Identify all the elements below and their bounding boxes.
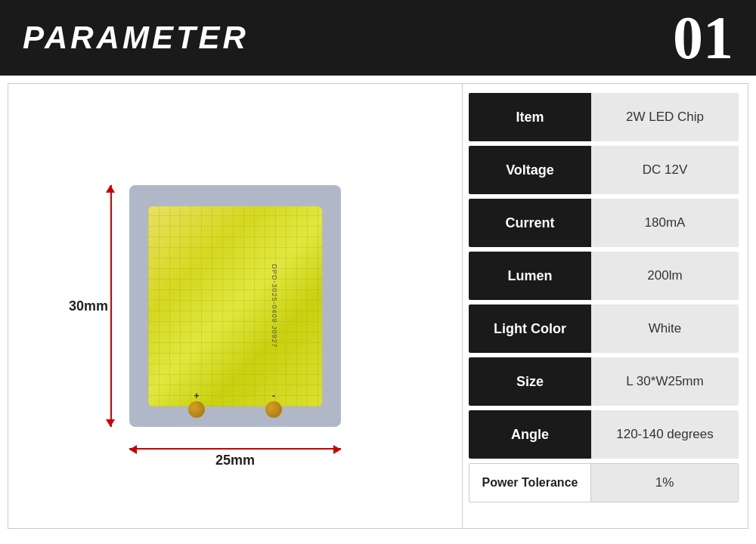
dimension-label-horizontal: 25mm <box>215 453 255 468</box>
vertical-arrow-line <box>110 185 112 427</box>
param-label-7: Power Tolerance <box>469 463 591 502</box>
main-content: 30mm 25mm DPD-3025-0409 J0927 + - <box>8 83 748 529</box>
param-value-5: L 30*W25mm <box>591 357 739 406</box>
pad-minus: - <box>265 401 282 418</box>
param-label-2: Current <box>469 199 591 247</box>
param-label-0: Item <box>469 93 591 141</box>
param-value-7: 1% <box>591 463 739 502</box>
led-chip-text: DPD-3025-0409 J0927 <box>270 264 277 348</box>
led-grid <box>148 206 322 406</box>
param-label-4: Light Color <box>469 304 591 353</box>
header-number: 01 <box>673 8 733 68</box>
param-value-6: 120-140 degrees <box>591 410 739 459</box>
param-value-3: 200lm <box>591 252 739 300</box>
param-label-6: Angle <box>469 410 591 459</box>
vertical-arrow-top <box>106 185 115 193</box>
horizontal-arrow-right <box>333 445 341 454</box>
pad-minus-label: - <box>272 391 275 401</box>
led-inner: DPD-3025-0409 J0927 <box>148 206 322 406</box>
header-title: PARAMETER <box>23 20 249 56</box>
dimension-label-vertical: 30mm <box>69 298 108 314</box>
param-row-1: VoltageDC 12V <box>469 146 739 194</box>
vertical-arrow-bottom <box>106 419 115 427</box>
param-row-5: SizeL 30*W25mm <box>469 357 739 406</box>
horizontal-arrow-line <box>129 448 341 450</box>
product-area: 30mm 25mm DPD-3025-0409 J0927 + - <box>8 84 462 528</box>
param-value-1: DC 12V <box>591 146 739 194</box>
solder-pads: + - <box>129 401 341 418</box>
header: PARAMETER 01 <box>0 0 756 76</box>
param-row-0: Item2W LED Chip <box>469 93 739 141</box>
param-row-2: Current180mA <box>469 199 739 247</box>
params-area: Item2W LED ChipVoltageDC 12VCurrent180mA… <box>462 84 748 528</box>
param-row-7: Power Tolerance1% <box>469 463 739 502</box>
led-chip: DPD-3025-0409 J0927 + - <box>129 185 341 427</box>
param-label-3: Lumen <box>469 252 591 300</box>
param-value-4: White <box>591 304 739 353</box>
param-value-2: 180mA <box>591 199 739 247</box>
pad-plus-label: + <box>194 391 199 401</box>
param-value-0: 2W LED Chip <box>591 93 739 141</box>
param-label-1: Voltage <box>469 146 591 194</box>
horizontal-arrow-left <box>129 445 137 454</box>
measurement-wrapper: 30mm 25mm DPD-3025-0409 J0927 + - <box>129 185 341 427</box>
param-row-6: Angle120-140 degrees <box>469 410 739 459</box>
param-row-3: Lumen200lm <box>469 252 739 300</box>
param-label-5: Size <box>469 357 591 406</box>
pad-plus: + <box>188 401 205 418</box>
param-row-4: Light ColorWhite <box>469 304 739 353</box>
